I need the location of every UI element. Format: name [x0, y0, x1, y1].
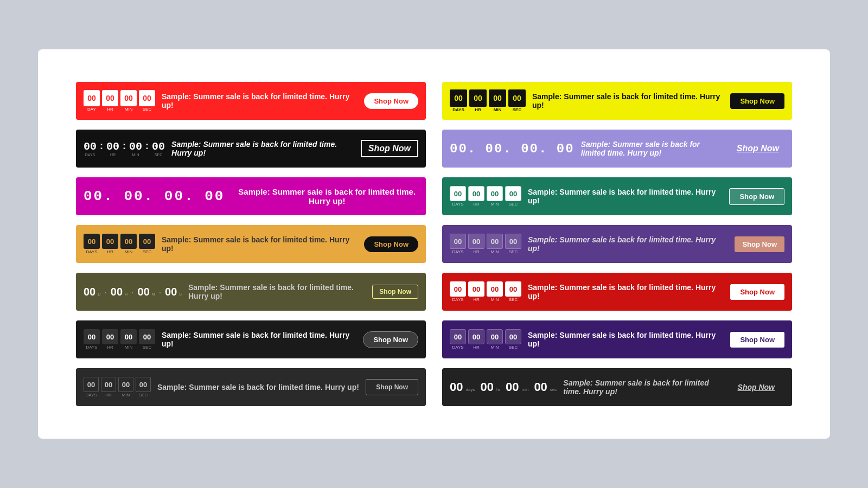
timer-label-min-2: MIN — [494, 107, 502, 112]
timer-num-days-3: 00 — [84, 140, 97, 153]
shop-now-button-3[interactable]: Shop Now — [361, 140, 418, 157]
banner-11: 00 DAYS 00 HR 00 MIN 00 SEC Sample: Summ… — [76, 320, 426, 358]
shop-now-button-14[interactable]: Shop Now — [728, 379, 784, 395]
timer-label-days-8: DAYS — [452, 249, 463, 254]
shop-now-button-4[interactable]: Shop Now — [731, 141, 784, 156]
timer-box-sec-1: 00 — [139, 90, 155, 106]
timer-lbl-days-14: days — [465, 387, 475, 392]
timer-lbl-min-14: min — [521, 387, 528, 392]
timer-box-sec-6: 00 — [505, 186, 521, 201]
shop-now-button-2[interactable]: Shop Now — [730, 93, 784, 109]
timer-box-hr-1: 00 — [102, 90, 118, 106]
shop-now-button-1[interactable]: Shop Now — [364, 93, 418, 109]
banner-msg-12: Sample: Summer sale is back for limited … — [528, 331, 724, 348]
timer-unit-min-13: 00 MIN — [118, 377, 133, 397]
timer-label-days-13: DAYS — [85, 393, 97, 397]
timer-lbl-min-3: MIN — [132, 153, 139, 157]
timer-lbl-min-9: m — [152, 292, 155, 296]
timer-unit-sec-3: 00 SEC — [152, 140, 165, 157]
timer-unit-sec-7: 00 SEC — [139, 234, 155, 254]
timer-group-6: 00 DAYS 00 HR 00 MIN 00 SEC — [450, 186, 521, 207]
timer-box-days-11: 00 — [84, 329, 100, 344]
timer-unit-days-3: 00 DAYS — [84, 140, 97, 157]
timer-label-days-11: DAYS — [86, 345, 97, 350]
banner-msg-8: Sample: Summer sale is back for limited … — [528, 235, 728, 253]
timer-unit-days-1: 00 DAY — [84, 90, 100, 112]
timer-group-10: 00 DAYS 00 HR 00 MIN 00 SEC — [450, 281, 521, 302]
timer-unit-days-8: 00 DAYS — [450, 234, 466, 254]
shop-now-button-8[interactable]: Shop Now — [735, 236, 784, 252]
timer-lbl-days-9: d — [98, 292, 100, 296]
timer-lbl-hr-14: hr — [496, 387, 500, 392]
timer-label-hr-13: HR — [105, 393, 112, 397]
banner-8: 00 DAYS 00 HR 00 MIN 00 SEC Sample: Summ… — [442, 225, 792, 263]
timer-box-sec-12: 00 — [505, 329, 521, 344]
timer-box-sec-13: 00 — [136, 377, 151, 392]
timer-label-sec-13: SEC — [139, 393, 148, 397]
timer-unit-days-13: 00 DAYS — [84, 377, 99, 397]
timer-unit-sec-1: 00 SEC — [139, 90, 155, 112]
shop-now-button-11[interactable]: Shop Now — [363, 331, 418, 348]
timer-box-min-8: 00 — [487, 234, 503, 249]
timer-unit-days-10: 00 DAYS — [450, 281, 466, 302]
timer-big-min-14: 00 — [506, 380, 519, 394]
colon-3-3: : — [145, 140, 149, 157]
shop-now-button-9[interactable]: Shop Now — [372, 285, 418, 299]
timer-label-min-1: MIN — [125, 107, 133, 112]
shop-now-button-12[interactable]: Shop Now — [730, 332, 784, 348]
banner-msg-2: Sample: Summer sale is back for limited … — [532, 92, 724, 110]
timer-box-sec-10: 00 — [505, 281, 521, 297]
timer-box-sec-8: 00 — [505, 234, 521, 249]
timer-label-days-7: DAYS — [86, 249, 97, 254]
timer-box-days-13: 00 — [84, 377, 99, 392]
timer-group-3: 00 DAYS : 00 HR : 00 MIN : 00 SEC — [84, 140, 165, 157]
timer-label-hr-8: HR — [473, 249, 480, 254]
shop-now-button-13[interactable]: Shop Now — [366, 379, 418, 395]
shop-now-button-10[interactable]: Shop Now — [730, 284, 784, 300]
timer-label-days-6: DAYS — [452, 202, 463, 207]
timer-box-min-13: 00 — [118, 377, 133, 392]
timer-box-days-8: 00 — [450, 234, 466, 249]
timer-lbl-sec-9: s — [179, 292, 182, 296]
timer-unit-sec-2: 00 SEC — [508, 89, 526, 112]
timer-box-days-2: 00 — [450, 89, 467, 107]
timer-box-min-10: 00 — [487, 281, 503, 297]
timer-label-min-11: MIN — [125, 345, 133, 350]
timer-box-sec-7: 00 — [139, 234, 155, 249]
page-container: 00 DAY 00 HR 00 MIN 00 SEC Sample: Summe… — [38, 49, 830, 439]
timer-group-8: 00 DAYS 00 HR 00 MIN 00 SEC — [450, 234, 521, 254]
timer-lbl-sec-3: SEC — [155, 153, 162, 157]
timer-box-min-7: 00 — [120, 234, 137, 249]
timer-box-min-2: 00 — [489, 89, 506, 107]
banner-7: 00 DAYS 00 HR 00 MIN 00 SEC Sample: Summ… — [76, 225, 426, 263]
timer-lbl-hr-9: h — [125, 292, 127, 296]
banner-msg-5: Sample: Summer sale is back for limited … — [235, 187, 418, 206]
banner-msg-13: Sample: Summer sale is back for limited … — [157, 383, 359, 391]
timer-unit-sec-13: 00 SEC — [136, 377, 151, 397]
timer-label-hr-1: HR — [107, 107, 113, 112]
timer-label-min-7: MIN — [125, 249, 133, 254]
timer-label-hr-12: HR — [473, 345, 480, 350]
timer-label-sec-8: SEC — [509, 249, 518, 254]
timer-group-11: 00 DAYS 00 HR 00 MIN 00 SEC — [84, 329, 155, 350]
timer-group-9: 00d · 00h · 00m · 00s — [84, 286, 182, 298]
timer-group-1: 00 DAY 00 HR 00 MIN 00 SEC — [84, 90, 155, 112]
banner-msg-3: Sample: Summer sale is back for limited … — [171, 140, 354, 157]
timer-label-sec-12: SEC — [509, 345, 518, 350]
shop-now-button-7[interactable]: Shop Now — [364, 236, 418, 252]
timer-label-hr-6: HR — [473, 202, 480, 207]
timer-lbl-hr-3: HR — [110, 153, 116, 157]
timer-group-12: 00 DAYS 00 HR 00 MIN 00 SEC — [450, 329, 521, 350]
timer-label-sec-6: SEC — [509, 202, 518, 207]
shop-now-button-6[interactable]: Shop Now — [729, 188, 784, 205]
timer-unit-hr-3: 00 HR — [106, 140, 119, 157]
timer-unit-hr-2: 00 HR — [469, 89, 487, 112]
timer-box-days-1: 00 — [84, 90, 100, 106]
timer-unit-days-12: 00 DAYS — [450, 329, 466, 350]
timer-unit-days-11: 00 DAYS — [84, 329, 100, 350]
timer-unit-min-7: 00 MIN — [120, 234, 137, 254]
timer-box-hr-12: 00 — [468, 329, 484, 344]
timer-unit-sec-11: 00 SEC — [139, 329, 155, 350]
timer-unit-hr-12: 00 HR — [468, 329, 484, 350]
timer-big-days-14: 00 — [450, 380, 463, 394]
